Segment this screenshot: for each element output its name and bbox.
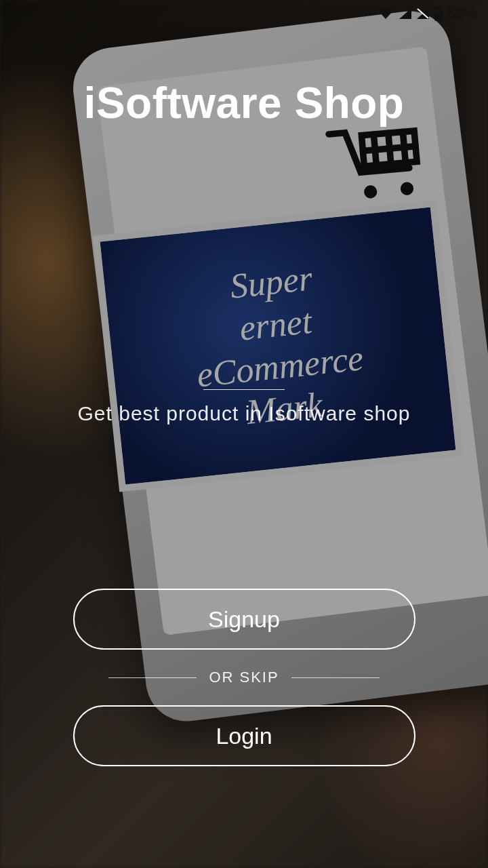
divider-line	[291, 677, 380, 678]
battery-percent: 53%	[447, 5, 477, 22]
status-time: 11:58	[11, 5, 48, 22]
title-divider	[203, 389, 285, 390]
divider-line	[108, 677, 197, 678]
svg-rect-10	[436, 14, 441, 20]
status-bar: 11:58 U 53%	[0, 0, 488, 27]
login-button-label: Login	[216, 723, 272, 749]
login-button[interactable]: Login	[73, 705, 415, 766]
signup-button-label: Signup	[208, 606, 280, 633]
or-skip-label[interactable]: OR SKIP	[209, 669, 279, 686]
signup-button[interactable]: Signup	[73, 589, 415, 650]
or-skip-row: OR SKIP	[108, 669, 379, 686]
wifi-icon	[377, 7, 394, 20]
status-indicator: U	[55, 5, 66, 22]
app-title: iSoftware Shop	[84, 78, 405, 128]
tagline: Get best product in Isoftware shop	[78, 402, 411, 425]
signal-no-sim-icon	[416, 7, 430, 20]
signal-icon	[399, 7, 412, 20]
battery-icon	[434, 6, 443, 21]
svg-rect-9	[437, 7, 440, 9]
